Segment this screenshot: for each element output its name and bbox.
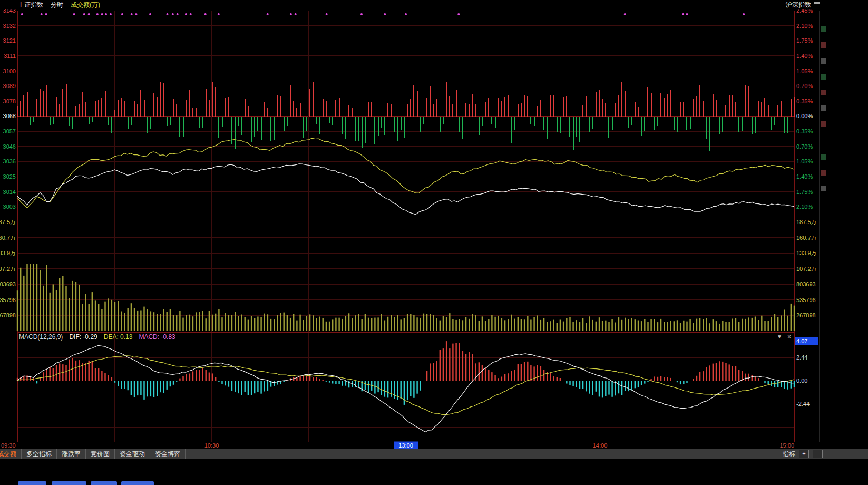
signal-dot: [73, 13, 75, 15]
uptick-bar: [410, 99, 411, 117]
downtick-bar: [150, 117, 151, 129]
macd-hist-bar: [209, 373, 210, 381]
volume-bar: [186, 315, 187, 331]
uptick-bar: [296, 108, 297, 117]
signal-dot: [149, 13, 151, 15]
clipped-link[interactable]: [18, 481, 46, 485]
volume-bar: [157, 314, 158, 332]
uptick-bar: [703, 101, 704, 116]
pct-axis-label: 0.70%: [796, 143, 813, 150]
toolbar-tab[interactable]: 竞价图: [86, 449, 115, 459]
macd-hist-bar: [550, 373, 551, 381]
macd-hist-bar: [72, 358, 73, 381]
volume-bar: [501, 318, 502, 331]
zoom-out-button[interactable]: -: [813, 450, 823, 458]
macd-hist-bar: [768, 381, 769, 384]
window-icon[interactable]: [814, 2, 820, 7]
pct-axis-label: 0.35%: [796, 128, 813, 134]
uptick-bar: [680, 102, 681, 117]
uptick-bar: [36, 99, 37, 117]
volume-bar: [192, 316, 193, 331]
toolbar-tab[interactable]: 成交额: [0, 449, 22, 459]
uptick-bar: [777, 105, 778, 116]
downtick-bar: [631, 117, 632, 125]
macd-hist-bar: [420, 381, 421, 391]
volume-bar: [101, 309, 102, 331]
macd-hist-bar: [465, 354, 466, 381]
downtick-bar: [303, 117, 304, 138]
volume-bar: [611, 319, 612, 331]
volume-bar: [332, 319, 333, 331]
indicator-menu-label[interactable]: 指标: [783, 450, 795, 459]
macd-hist-bar: [479, 362, 480, 381]
close-icon[interactable]: ×: [787, 333, 791, 341]
zoom-in-button[interactable]: +: [799, 450, 809, 458]
volume-bar: [621, 320, 622, 331]
downtick-bar: [355, 117, 356, 141]
clipped-link[interactable]: [52, 481, 86, 485]
hs-index-link[interactable]: 沪深指数: [786, 1, 811, 9]
downtick-bar: [722, 117, 723, 132]
volume-bar: [140, 311, 141, 332]
volume-bar: [494, 317, 495, 331]
collapse-icon[interactable]: ▼: [777, 334, 782, 340]
volume-bar: [420, 318, 421, 331]
toolbar-tab[interactable]: 多空指标: [22, 449, 57, 459]
volume-bar: [371, 318, 372, 331]
downtick-bar: [170, 117, 171, 125]
toolbar-tab[interactable]: 资金驱动: [115, 449, 150, 459]
macd-hist-bar: [596, 381, 597, 392]
signal-dot: [384, 13, 386, 15]
volume-bar: [20, 268, 21, 331]
view-tab-minute[interactable]: 分时: [51, 1, 63, 9]
volume-bar: [212, 315, 213, 331]
volume-axis-label-left: 803693: [0, 281, 16, 287]
downtick-bar: [329, 117, 330, 124]
macd-hist-bar: [729, 364, 730, 381]
uptick-bar: [713, 94, 714, 117]
volume-bar: [270, 319, 271, 331]
uptick-bar: [748, 86, 749, 117]
volume-bar: [189, 315, 190, 331]
volume-bar: [342, 319, 343, 331]
macd-hist-bar: [85, 363, 86, 381]
macd-hist-bar: [686, 381, 687, 383]
volume-bar: [296, 321, 297, 331]
clipped-link[interactable]: [121, 481, 154, 485]
toolbar-tab[interactable]: 涨跌率: [57, 449, 86, 459]
volume-bar: [384, 321, 385, 332]
downtick-bar: [440, 117, 441, 132]
clipped-link[interactable]: [91, 481, 117, 485]
downtick-bar: [251, 117, 252, 143]
macd-cursor-readout: 4.07: [795, 337, 818, 345]
macd-hist-bar: [647, 381, 648, 382]
time-axis-label: 14:00: [593, 442, 608, 449]
volume-bar: [547, 322, 548, 331]
uptick-bar: [228, 97, 229, 116]
uptick-bar: [196, 108, 197, 116]
uptick-bar: [134, 101, 135, 117]
macd-hist-bar: [182, 376, 183, 381]
uptick-bar: [248, 106, 249, 117]
volume-bar: [625, 318, 626, 331]
volume-bar: [680, 323, 681, 331]
signal-dot: [105, 13, 107, 15]
downtick-bar: [462, 117, 463, 139]
chart-canvas[interactable]: 09:3010:3013:0014:0015:00314331323121311…: [0, 0, 868, 449]
downtick-bar: [534, 117, 535, 126]
volume-bar: [638, 321, 639, 332]
volume-bar: [131, 303, 132, 331]
downtick-bar: [690, 117, 691, 129]
volume-bar: [647, 322, 648, 331]
toolbar-tab[interactable]: 资金博弈: [150, 449, 186, 459]
volume-bar: [527, 316, 528, 331]
uptick-bar: [586, 96, 587, 117]
volume-bar: [787, 316, 788, 331]
macd-hist-bar: [498, 378, 499, 381]
downtick-bar: [784, 117, 785, 133]
volume-bar: [563, 322, 564, 331]
volume-bar: [686, 322, 687, 331]
metric-label[interactable]: 成交额(万): [71, 1, 100, 9]
macd-hist-bar: [605, 381, 606, 396]
macd-hist-bar: [254, 381, 255, 393]
